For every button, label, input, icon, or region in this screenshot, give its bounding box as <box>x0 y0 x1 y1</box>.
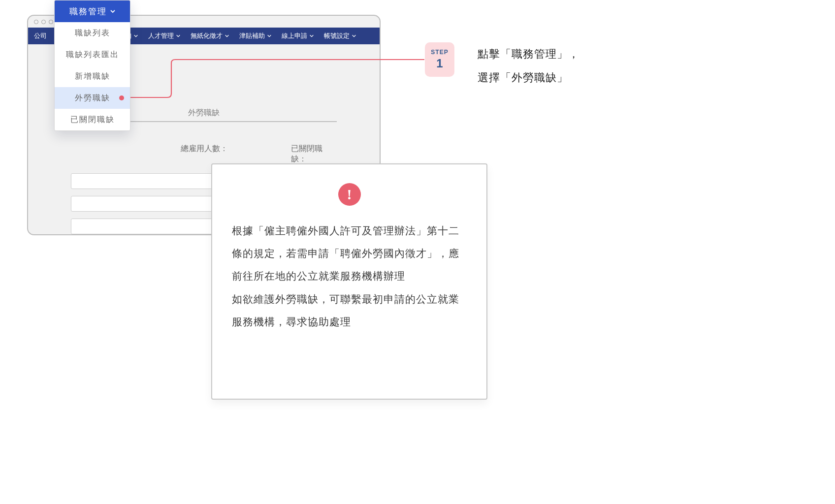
dropdown-item-job-list[interactable]: 職缺列表 <box>55 22 130 44</box>
nav-item-paperless[interactable]: 無紙化徵才 <box>186 28 234 44</box>
window-dot-icon <box>34 20 38 24</box>
chevron-down-icon <box>352 33 356 38</box>
dropdown-item-label: 新增職缺 <box>75 71 110 82</box>
stat-label-closed: 已關閉職缺： <box>291 144 337 164</box>
window-dot-icon <box>49 20 53 24</box>
caption-line: 點擊「職務管理」， <box>478 42 714 66</box>
nav-item-account[interactable]: 帳號設定 <box>319 28 361 44</box>
nav-label: 津貼補助 <box>239 32 265 40</box>
chevron-down-icon <box>176 33 181 38</box>
nav-label: 人才管理 <box>148 32 174 40</box>
step-caption: 點擊「職務管理」， 選擇「外勞職缺」 <box>478 42 714 90</box>
highlight-dot-icon <box>119 95 124 100</box>
dropdown-item-foreign-labor[interactable]: 外勞職缺 <box>55 87 130 109</box>
nav-label: 帳號設定 <box>324 32 350 40</box>
chevron-down-icon <box>267 33 272 38</box>
nav-label: 線上申請 <box>282 32 307 40</box>
dropdown-item-label: 職缺列表匯出 <box>66 50 119 60</box>
dropdown-item-closed-jobs[interactable]: 已關閉職缺 <box>55 109 130 130</box>
tab-spacer <box>226 106 337 121</box>
dropdown-item-new-job[interactable]: 新增職缺 <box>55 65 130 87</box>
caption-line: 選擇「外勞職缺」 <box>478 66 714 90</box>
nav-item-company[interactable]: 公司 <box>31 28 50 44</box>
job-management-dropdown: 職務管理 職缺列表 職缺列表匯出 新增職缺 外勞職缺 已關閉職缺 <box>54 0 130 131</box>
dropdown-item-job-export[interactable]: 職缺列表匯出 <box>55 44 130 65</box>
step-badge: STEP 1 <box>425 42 454 77</box>
nav-label: 公司 <box>34 32 47 40</box>
chevron-down-icon <box>309 33 314 38</box>
nav-item-talent[interactable]: 人才管理 <box>143 28 186 44</box>
window-dot-icon <box>41 20 46 24</box>
dropdown-item-label: 職缺列表 <box>75 28 110 38</box>
nav-item-subsidy[interactable]: 津貼補助 <box>234 28 277 44</box>
chevron-down-icon <box>110 8 116 14</box>
nav-item-online-apply[interactable]: 線上申請 <box>277 28 319 44</box>
step-word: STEP <box>431 49 448 56</box>
tutorial-stage: 公司 查詢 人才管理 無紙化徵才 津貼補助 線上申請 <box>0 0 835 504</box>
dialog-body-text: 根據「僱主聘僱外國人許可及管理辦法」第十二條的規定，若需申請「聘僱外勞國內徵才」… <box>232 220 467 333</box>
chevron-down-icon <box>225 33 229 38</box>
stat-label-total-employees: 總雇用人數： <box>181 144 290 164</box>
dropdown-header-job-mgmt[interactable]: 職務管理 <box>55 0 130 22</box>
exclamation-icon: ! <box>338 183 361 206</box>
dropdown-item-label: 外勞職缺 <box>75 93 110 103</box>
stat-label-1 <box>71 144 181 164</box>
step-number: 1 <box>436 57 443 70</box>
nav-label: 無紙化徵才 <box>191 32 223 40</box>
chevron-down-icon <box>133 33 138 38</box>
info-dialog: ! 根據「僱主聘僱外國人許可及管理辦法」第十二條的規定，若需申請「聘僱外勞國內徵… <box>211 163 487 400</box>
tab-foreign-labor[interactable]: 外勞職缺 <box>181 106 226 121</box>
stats-row: 總雇用人數： 已關閉職缺： <box>71 144 337 164</box>
dropdown-item-label: 已關閉職缺 <box>70 115 115 125</box>
dropdown-header-label: 職務管理 <box>69 6 107 17</box>
